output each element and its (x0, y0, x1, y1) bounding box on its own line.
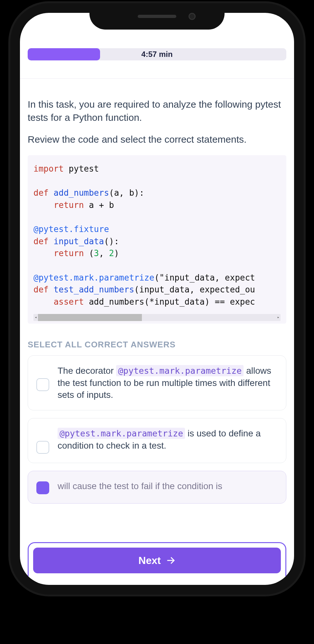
code-token: add_numbers(*input_data) == expec (84, 297, 255, 307)
scroll-left-arrow-icon[interactable]: ◂ (33, 314, 38, 321)
code-token: def (33, 285, 49, 294)
code-token: def (33, 237, 49, 246)
code-token (33, 200, 54, 210)
next-button[interactable]: Next (33, 548, 281, 573)
code-token: , (99, 248, 109, 258)
answers-heading: SELECT ALL CORRECT ANSWERS (28, 340, 286, 350)
question-paragraph-1: In this task, you are required to analyz… (28, 98, 286, 124)
code-token: return (54, 248, 84, 258)
answer-option-3[interactable]: will cause the test to fail if the condi… (28, 471, 286, 504)
code-token: ( (154, 273, 160, 282)
code-token: assert (54, 297, 84, 307)
code-token: 2 (109, 248, 114, 258)
answer-2-text: @pytest.mark.parametrize is used to defi… (58, 427, 278, 452)
answer-2-checkbox[interactable] (36, 441, 49, 454)
code-token: "input_data, expect (159, 273, 255, 282)
phone-screen: 4:57 min In this task, you are required … (20, 13, 294, 585)
timer-text: 4:57 min (141, 50, 172, 59)
scroll-right-arrow-icon[interactable]: ▸ (276, 314, 281, 321)
code-horizontal-scrollbar[interactable]: ◂ ▸ (33, 314, 281, 321)
answer-option-2[interactable]: @pytest.mark.parametrize is used to defi… (28, 418, 286, 463)
answer-option-1[interactable]: The decorator @pytest.mark.parametrize a… (28, 355, 286, 410)
next-button-label: Next (138, 555, 161, 567)
code-token: import (33, 164, 64, 174)
code-token: @pytest.mark.parametrize (33, 273, 154, 282)
code-token: input_data (49, 237, 104, 246)
code-content: import pytest def add_numbers(a, b): ret… (33, 163, 281, 308)
speaker-slot (138, 15, 176, 18)
code-token: test_add_numbers (49, 285, 134, 294)
timer-progress-bar: 4:57 min (28, 48, 286, 60)
answer-1-code: @pytest.mark.parametrize (116, 365, 244, 376)
code-token: (): (104, 237, 119, 246)
code-token: return (54, 200, 84, 210)
code-token: pytest (64, 164, 99, 174)
question-paragraph-2: Review the code and select the correct s… (28, 133, 286, 146)
answer-2-code: @pytest.mark.parametrize (58, 428, 185, 439)
phone-frame: 4:57 min In this task, you are required … (10, 3, 304, 595)
code-token: ( (84, 248, 94, 258)
next-button-container: Next (28, 542, 286, 578)
code-token (33, 248, 54, 258)
code-token: 3 (94, 248, 99, 258)
answer-1-checkbox[interactable] (36, 378, 49, 391)
code-token: a + b (84, 200, 114, 210)
front-camera (189, 13, 196, 20)
code-token (33, 297, 54, 307)
scrollbar-thumb[interactable] (38, 314, 142, 321)
code-token: (a, b): (109, 188, 144, 198)
arrow-right-icon (166, 556, 176, 565)
answer-1-pre: The decorator (58, 366, 116, 376)
code-token: ) (114, 248, 119, 258)
answer-3-text: will cause the test to fail if the condi… (58, 480, 222, 492)
answer-1-text: The decorator @pytest.mark.parametrize a… (58, 365, 278, 401)
code-block: import pytest def add_numbers(a, b): ret… (28, 155, 286, 324)
code-token: @pytest.fixture (33, 224, 109, 234)
phone-notch (89, 3, 225, 30)
timer-progress-fill (28, 48, 100, 60)
answer-3-checkbox[interactable] (36, 481, 49, 494)
code-token: add_numbers (49, 188, 109, 198)
code-token: (input_data, expected_ou (134, 285, 255, 294)
question-text: In this task, you are required to analyz… (28, 98, 286, 146)
code-token: def (33, 188, 49, 198)
